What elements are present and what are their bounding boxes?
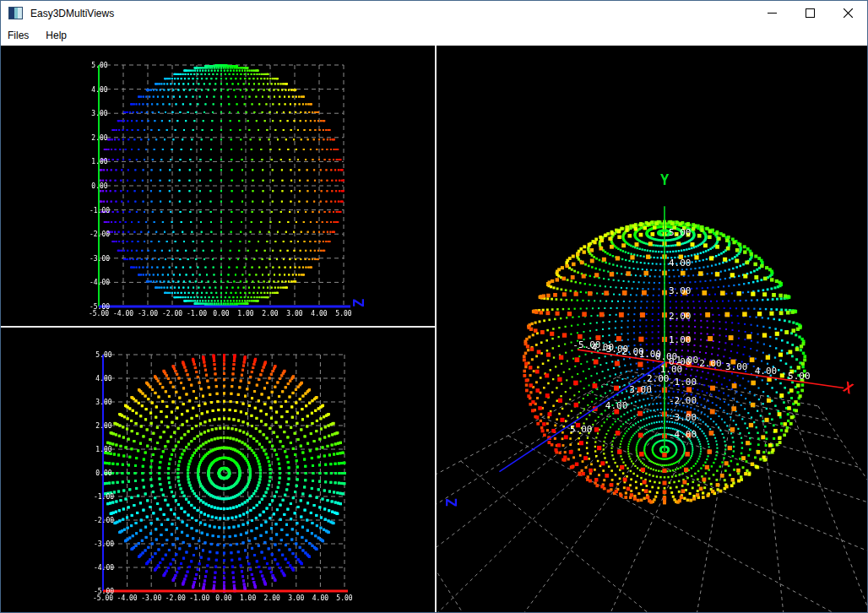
minimize-button[interactable]: [753, 1, 791, 25]
titlebar[interactable]: Easy3DMultiViews: [1, 1, 867, 25]
side-view-canvas[interactable]: [1, 46, 435, 326]
close-button[interactable]: [829, 1, 867, 25]
window-title: Easy3DMultiViews: [30, 8, 114, 19]
menu-item-files[interactable]: Files: [1, 25, 37, 46]
top-view-canvas[interactable]: [1, 328, 435, 612]
maximize-button[interactable]: [791, 1, 829, 25]
minimize-icon: [768, 8, 777, 18]
app-icon: [8, 7, 23, 19]
viewport-area: [1, 46, 867, 612]
menu-bar: Files Help: [1, 25, 867, 46]
app-window: Easy3DMultiViews Files Help: [0, 0, 868, 613]
window-controls: [753, 1, 867, 25]
close-icon: [844, 8, 853, 18]
maximize-icon: [806, 8, 815, 18]
perspective-view-canvas[interactable]: [437, 46, 867, 612]
menu-item-help[interactable]: Help: [37, 25, 75, 46]
